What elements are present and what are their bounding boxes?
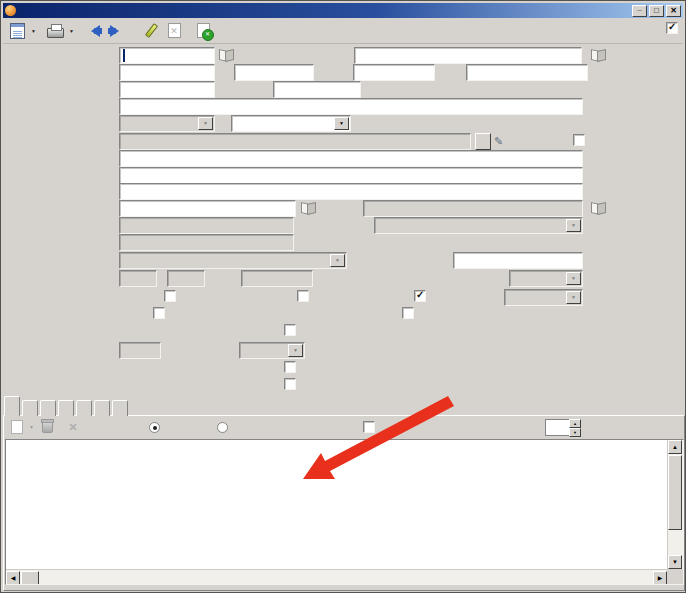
main-dept-input[interactable] xyxy=(354,47,582,64)
chevron-down-icon[interactable] xyxy=(566,272,581,285)
nds-lookup-icon[interactable] xyxy=(591,203,605,214)
highlighter-icon xyxy=(144,23,157,38)
age-to-input[interactable] xyxy=(167,270,205,287)
price-table-header-row xyxy=(6,440,667,455)
tab-branch-relevance[interactable] xyxy=(112,400,128,416)
currency-combo[interactable] xyxy=(509,270,583,287)
scroll-right-icon[interactable] xyxy=(653,571,667,585)
tab-cost-structure[interactable] xyxy=(40,400,56,416)
direction-select-button[interactable] xyxy=(475,133,491,150)
dept-direction-checkbox[interactable] xyxy=(573,134,585,146)
chevron-down-icon[interactable] xyxy=(566,291,581,304)
fractional-checkbox[interactable] xyxy=(284,378,296,390)
age-from-input[interactable] xyxy=(119,270,157,287)
chevron-down-icon[interactable] xyxy=(566,219,581,232)
print-icon xyxy=(47,28,64,38)
start-date-input[interactable] xyxy=(119,217,294,234)
group-lookup-icon[interactable] xyxy=(301,203,315,214)
chevron-down-icon[interactable] xyxy=(198,117,213,130)
print-dropdown-icon[interactable] xyxy=(67,20,76,42)
main-toolbar xyxy=(3,18,683,44)
chevron-down-icon[interactable] xyxy=(334,117,349,130)
spinner-down-icon[interactable] xyxy=(569,428,581,437)
description-input[interactable] xyxy=(119,183,583,200)
direction-input[interactable] xyxy=(119,133,471,150)
delete-price-button[interactable] xyxy=(37,418,57,436)
maximize-button[interactable] xyxy=(649,5,664,17)
scroll-up-icon[interactable] xyxy=(668,440,682,454)
end-date-input[interactable] xyxy=(119,234,294,251)
ak2-input[interactable] xyxy=(353,64,435,81)
tab-service-sets[interactable] xyxy=(22,400,38,416)
report-dropdown-icon[interactable] xyxy=(29,20,38,42)
print-button[interactable] xyxy=(44,20,66,42)
gender-limit-combo[interactable] xyxy=(119,252,347,269)
ak-input[interactable] xyxy=(234,64,314,81)
periodic-checkbox[interactable] xyxy=(297,290,309,302)
close-record-button[interactable] xyxy=(192,20,214,42)
report-button[interactable] xyxy=(6,20,28,42)
by-date-radio[interactable] xyxy=(149,422,160,433)
scrollbar-corner xyxy=(667,569,683,585)
add-record-icon xyxy=(11,420,23,434)
status-combo[interactable] xyxy=(374,217,583,234)
unit-combo[interactable] xyxy=(239,342,305,359)
scroll-down-icon[interactable] xyxy=(668,555,682,569)
vertical-scroll-thumb[interactable] xyxy=(668,455,682,530)
tab-bar xyxy=(4,396,130,416)
name-input[interactable] xyxy=(119,98,583,115)
close-button[interactable] xyxy=(666,5,681,17)
nds-input[interactable] xyxy=(363,200,583,217)
attach-period-input[interactable] xyxy=(119,342,161,359)
oms-input[interactable] xyxy=(273,81,361,98)
price-table xyxy=(5,439,684,585)
edit-pencil-icon[interactable]: ✎ xyxy=(494,135,503,148)
type-combo[interactable] xyxy=(119,115,215,132)
by-type-radio[interactable] xyxy=(217,422,228,433)
invoice-combo[interactable] xyxy=(504,289,583,306)
med-institution-input[interactable] xyxy=(119,47,215,64)
vertical-scrollbar[interactable] xyxy=(667,440,683,569)
title-bar[interactable] xyxy=(3,3,683,18)
chevron-down-icon[interactable] xyxy=(330,254,345,267)
add-price-dropdown-icon[interactable] xyxy=(27,418,36,436)
med-institution-lookup-icon[interactable] xyxy=(219,50,233,61)
tab-treatment-standards[interactable] xyxy=(94,400,110,416)
show-header-checkbox[interactable] xyxy=(666,22,678,34)
type-sub-combo[interactable] xyxy=(231,115,351,132)
complex-only-checkbox[interactable] xyxy=(284,361,296,373)
main-dept-lookup-icon[interactable] xyxy=(591,50,605,61)
edit-button[interactable] xyxy=(140,20,162,42)
minzdrav-input[interactable] xyxy=(119,81,215,98)
code-input[interactable] xyxy=(119,64,215,81)
recalc-checkbox[interactable] xyxy=(363,421,375,433)
scroll-left-icon[interactable] xyxy=(6,571,20,585)
tab-assignment-types[interactable] xyxy=(76,400,92,416)
forward-button[interactable] xyxy=(105,20,127,42)
group-input[interactable] xyxy=(119,200,296,217)
repeat-control-checkbox[interactable] xyxy=(284,324,296,336)
short-name-input[interactable] xyxy=(119,150,583,167)
changeable-price-checkbox[interactable] xyxy=(414,290,426,302)
auto-writeoff-checkbox[interactable] xyxy=(153,307,165,319)
horizontal-scrollbar[interactable] xyxy=(6,569,667,585)
add-price-button[interactable] xyxy=(7,418,27,436)
tab-prices[interactable] xyxy=(4,396,20,416)
qty-limit-input[interactable] xyxy=(453,252,583,269)
tab-discounts[interactable] xyxy=(58,400,74,416)
ak3-input[interactable] xyxy=(466,64,588,81)
price-input[interactable] xyxy=(241,270,313,287)
horizontal-scroll-thumb[interactable] xyxy=(21,571,39,585)
chevron-down-icon[interactable] xyxy=(288,344,303,357)
alt-name-input[interactable] xyxy=(119,167,583,184)
last-count-spinner[interactable] xyxy=(545,419,569,436)
minimize-button[interactable] xyxy=(632,5,647,17)
price-table-view xyxy=(6,440,667,569)
cancel-button[interactable]: ✕ xyxy=(63,418,83,436)
spinner-up-icon[interactable] xyxy=(569,419,581,428)
back-button[interactable] xyxy=(82,20,104,42)
fact-control-checkbox[interactable] xyxy=(164,290,176,302)
report-icon xyxy=(10,23,25,39)
cito-checkbox[interactable] xyxy=(402,307,414,319)
delete-record-button[interactable] xyxy=(163,20,185,42)
